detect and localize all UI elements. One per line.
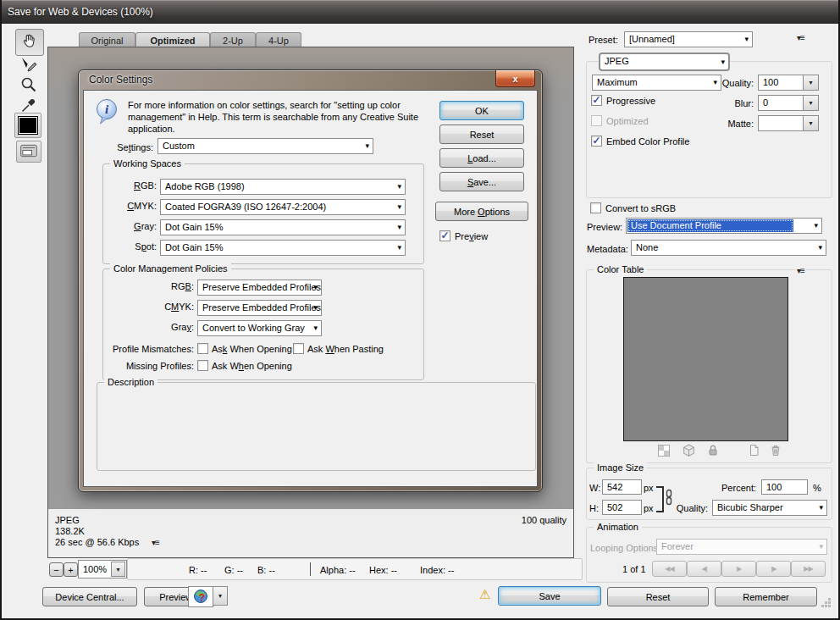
chevron-down-icon: ▾ [818,241,822,255]
description-group: Description [97,382,536,471]
settings-combo[interactable]: Custom ▾ [158,138,373,154]
readout-r: R: -- [189,565,207,576]
readout-alpha: Alpha: -- [320,565,356,576]
first-frame-button[interactable]: ◀◀ [652,561,687,577]
save-settings-button[interactable]: Save... [439,172,524,191]
metadata-value: None [636,242,658,252]
resize-grip[interactable] [828,598,831,601]
transparency-icon[interactable] [658,445,670,458]
slice-select-tool-button[interactable] [19,56,39,75]
svg-text:?: ? [199,591,205,603]
tab-2up[interactable]: 2-Up [210,32,256,47]
preview-profile-selection: Use Document Profile [627,219,793,232]
ws-rgb-combo[interactable]: Adobe RGB (1998)▾ [160,179,406,195]
default-browser-button[interactable]: ? [188,586,213,607]
percent-field[interactable]: 100 [761,479,808,495]
metadata-combo[interactable]: None▾ [631,240,826,256]
ok-button[interactable]: OK [439,101,524,120]
ws-gray-value: Dot Gain 15% [165,222,223,232]
eyedropper-color-swatch[interactable] [14,113,41,138]
ask-when-opening-checkbox[interactable] [197,343,208,354]
ws-spot-combo[interactable]: Dot Gain 15%▾ [160,240,406,256]
blur-slider-button[interactable]: ▾ [803,95,819,111]
ws-gray-combo[interactable]: Dot Gain 15%▾ [160,219,406,235]
description-title: Description [104,377,158,387]
matte-field[interactable] [758,115,804,131]
previous-frame-button[interactable]: ◀| [687,561,721,577]
save-button[interactable]: Save [498,586,601,606]
save-label: Save... [467,177,496,187]
matte-picker-button[interactable]: ▾ [803,115,819,131]
play-button[interactable]: ▶ [721,561,756,577]
new-item-icon[interactable] [749,444,760,458]
height-field[interactable]: 502 [602,500,642,515]
settings-label: Settings: [102,142,153,153]
zoom-in-button[interactable]: + [64,562,78,577]
resample-quality-combo[interactable]: Bicubic Sharper▾ [712,500,827,516]
previous-frame-icon: ◀| [701,565,706,573]
status-download-time: 26 sec @ 56.6 Kbps [55,537,139,548]
blur-field[interactable]: 0 [758,95,804,111]
tab-optimized-label: Optimized [150,36,195,46]
convert-to-srgb-checkbox[interactable] [590,202,601,213]
device-central-button[interactable]: Device Central... [42,587,137,606]
zoom-out-button[interactable]: − [49,562,64,577]
image-size-title: Image Size [594,462,647,473]
trash-icon[interactable] [770,444,782,458]
quality-field[interactable]: 100 [758,75,804,91]
reset-button-footer[interactable]: Reset [607,587,709,606]
ws-cmyk-combo[interactable]: Coated FOGRA39 (ISO 12647-2:2004)▾ [160,199,406,215]
link-icon[interactable] [665,489,673,507]
chevron-down-icon: ▾ [397,180,401,194]
optimized-checkbox[interactable] [591,115,602,126]
matte-label: Matte: [711,119,754,130]
check-icon: ✓ [440,231,449,240]
optimize-menu-icon[interactable]: ▾≡ [797,33,804,42]
missing-ask-when-opening-checkbox[interactable] [197,360,208,371]
device-central-label: Device Central... [55,592,124,602]
looping-options-combo[interactable]: Forever▾ [656,539,827,555]
preview-profile-combo[interactable]: Use Document Profile ▾ [626,218,822,234]
readout-hex: Hex: -- [369,565,397,576]
preset-combo[interactable]: [Unnamed]▾ [624,31,753,47]
zoom-tool-button[interactable] [19,76,39,95]
width-field[interactable]: 542 [602,479,642,495]
hand-icon [20,32,39,53]
ask-when-pasting-checkbox[interactable] [293,343,304,354]
chevron-down-icon: ▾ [116,566,119,573]
zoom-level-arrow-button[interactable]: ▾ [111,562,125,577]
cmp-gray-combo[interactable]: Convert to Working Gray▾ [197,320,322,336]
download-rate-menu-icon[interactable]: ▾≡ [152,538,159,547]
settings-value: Custom [163,141,195,151]
tab-original[interactable]: Original [79,32,135,47]
tab-optimized[interactable]: Optimized [135,32,210,47]
tab-4up[interactable]: 4-Up [256,32,301,47]
cmp-rgb-combo[interactable]: Preserve Embedded Profiles▾ [197,280,322,296]
load-button[interactable]: Load... [439,148,524,168]
close-icon[interactable]: x [495,69,535,87]
progressive-checkbox[interactable]: ✓ [591,95,602,106]
height-label: H: [589,503,599,514]
preset-value: [Unnamed] [629,34,675,44]
compression-combo[interactable]: Maximum▾ [592,75,721,91]
remember-button[interactable]: Remember [715,587,817,606]
quality-slider-button[interactable]: ▾ [803,75,819,91]
chevron-down-icon: ▾ [814,219,818,233]
browser-list-arrow-button[interactable]: ▾ [213,586,228,606]
hand-tool-button[interactable] [15,29,44,56]
zoom-level-combo[interactable]: 100% ▾ [78,560,127,578]
embed-color-profile-checkbox[interactable]: ✓ [591,136,602,147]
preview-checkbox[interactable]: ✓ [439,230,450,241]
lock-icon[interactable] [707,444,719,458]
format-combo[interactable]: JPEG▾ [599,53,730,71]
next-frame-button[interactable]: |▶ [756,561,791,577]
chevron-down-icon: ▾ [397,241,401,255]
reset-button[interactable]: Reset [439,125,524,144]
last-frame-button[interactable]: ▶▶ [791,561,826,577]
color-table-menu-icon[interactable]: ▾≡ [795,266,806,275]
toggle-slices-visibility-button[interactable] [16,141,41,163]
cmp-cmyk-combo[interactable]: Preserve Embedded Profiles▾ [197,300,322,316]
web-shift-cube-icon[interactable] [682,444,695,459]
color-table-swatch-area [623,277,788,441]
more-options-button[interactable]: More Options [435,202,528,221]
